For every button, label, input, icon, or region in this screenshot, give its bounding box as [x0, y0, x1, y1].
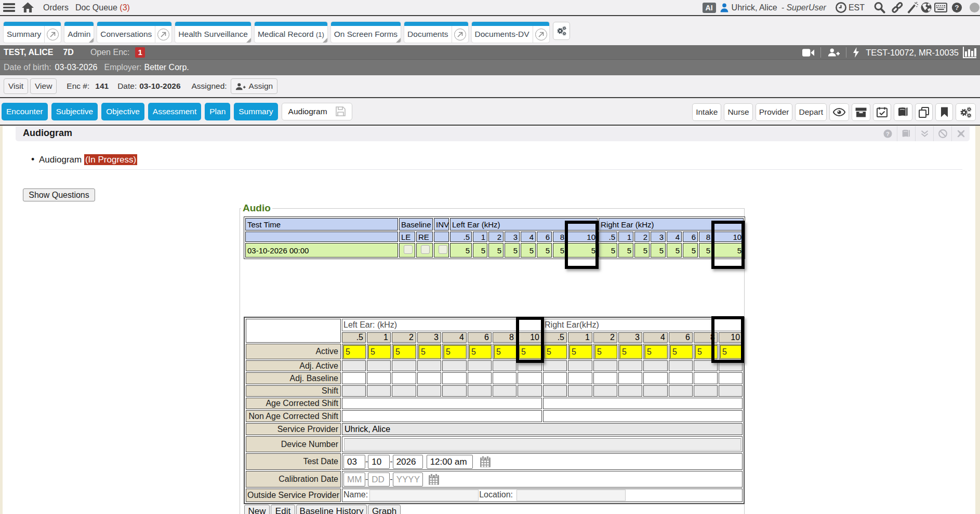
svg-text:?: ?: [955, 4, 959, 11]
svg-text:?: ?: [886, 131, 890, 137]
